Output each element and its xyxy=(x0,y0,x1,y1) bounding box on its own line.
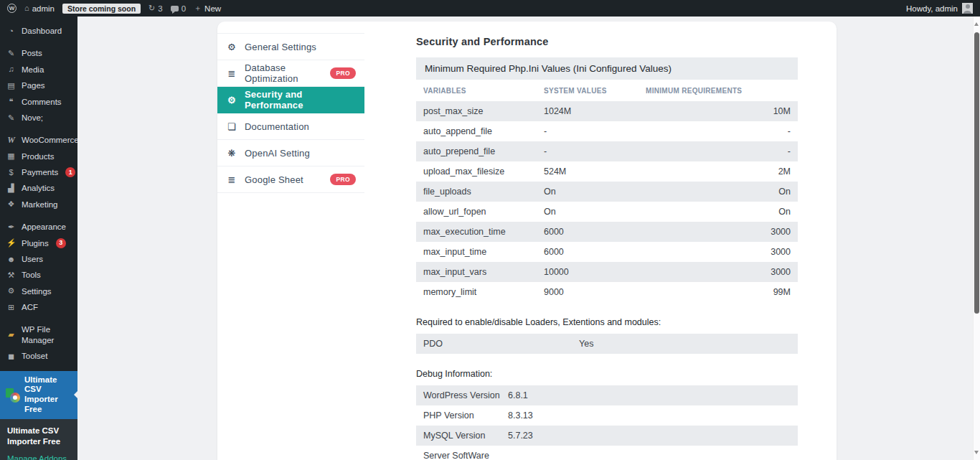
table-row: WordPress Version6.8.1 xyxy=(416,385,798,405)
sidebar-item-label: Products xyxy=(22,151,54,161)
sidebar-item-label: Nove; xyxy=(22,113,43,123)
row-label: PHP Version xyxy=(423,410,508,421)
settings-nav-item-general-settings[interactable]: ⚙General Settings xyxy=(217,34,364,60)
security-and-performance-icon: ⚙ xyxy=(226,95,237,105)
new-menu[interactable]: ＋ New xyxy=(194,4,221,13)
sidebar-item-settings[interactable]: ⚙Settings xyxy=(0,283,77,299)
sidebar-item-nove[interactable]: ✎Nove; xyxy=(0,110,77,126)
row-value: On xyxy=(544,207,646,217)
scrollbar[interactable] xyxy=(973,17,980,460)
scroll-up-arrow-icon[interactable] xyxy=(974,20,979,26)
sidebar-item-appearance[interactable]: ✒Appearance xyxy=(0,219,77,235)
sidebar-item-wp-file-manager[interactable]: ▰WP File Manager xyxy=(0,321,77,348)
table-row: max_execution_time60003000 xyxy=(416,222,798,242)
sidebar-item-label: Users xyxy=(22,254,43,264)
scroll-down-arrow-icon[interactable] xyxy=(974,451,979,456)
sidebar-group: ◔Dashboard xyxy=(0,23,77,39)
sidebar-item-toolset[interactable]: ◼Toolset xyxy=(0,348,77,364)
ini-column-headers: VARIABLESSYSTEM VALUESMINIMUM REQUIREMEN… xyxy=(416,80,798,101)
settings-nav-label: OpenAI Setting xyxy=(245,148,310,159)
documentation-icon: ❏ xyxy=(226,121,237,132)
row-label: allow_url_fopen xyxy=(423,207,544,217)
sidebar-item-comments[interactable]: ❝Comments xyxy=(0,94,77,110)
sidebar-item-label: Marketing xyxy=(22,200,58,210)
home-icon: ⌂ xyxy=(24,4,29,12)
table-row: max_input_vars100003000 xyxy=(416,262,798,282)
table-row: auto_prepend_file-- xyxy=(416,141,798,161)
sidebar-item-woocommerce[interactable]: WWooCommerce xyxy=(0,132,77,148)
sidebar-item-posts[interactable]: ✎Posts xyxy=(0,45,77,61)
row-label: max_input_vars xyxy=(423,267,544,277)
settings-nav-item-google-sheet[interactable]: ≣Google SheetPRO xyxy=(217,166,364,193)
sidebar-item-label: WP File Manager xyxy=(22,324,74,345)
submenu-item-ultimate-csv-importer-free[interactable]: Ultimate CSV Importer Free xyxy=(7,426,70,448)
sidebar-item-users[interactable]: ☻Users xyxy=(0,251,77,267)
row-value: 3000 xyxy=(646,227,791,237)
sidebar-item-media[interactable]: ♫Media xyxy=(0,62,77,78)
sidebar-item-tools[interactable]: ⚒Tools xyxy=(0,267,77,283)
row-label: max_input_time xyxy=(423,247,544,257)
settings-nav-item-database-optimization[interactable]: ≣Database OptimizationPRO xyxy=(217,60,364,87)
submenu-item-manage-addons[interactable]: Manage Addons xyxy=(7,454,70,460)
screen: W ⌂ admin Store coming soon ↻ 3 0 ＋ New … xyxy=(0,0,980,460)
wp-file-manager-icon: ▰ xyxy=(6,331,16,339)
column-header: MINIMUM REQUIREMENTS xyxy=(646,87,791,95)
site-name: admin xyxy=(32,4,55,13)
sidebar-item-marketing[interactable]: ❖Marketing xyxy=(0,197,77,212)
sidebar-item-pages[interactable]: ▤Pages xyxy=(0,78,77,93)
row-value: - xyxy=(646,126,791,136)
row-label: post_max_size xyxy=(423,106,544,116)
page-title: Security and Performance xyxy=(416,36,798,47)
sidebar-item-acf[interactable]: ⊞ACF xyxy=(0,299,77,315)
sidebar-item-analytics[interactable]: ▟Analytics xyxy=(0,180,77,196)
settings-nav-item-security-and-performance[interactable]: ⚙Security and Performance xyxy=(217,87,364,113)
sidebar: ◔Dashboard✎Posts♫Media▤Pages❝Comments✎No… xyxy=(0,17,77,460)
row-value: 1024M xyxy=(544,106,646,116)
row-value: 3000 xyxy=(646,247,791,257)
table-row: Server SoftWare xyxy=(416,446,798,460)
sidebar-item-label: Pages xyxy=(22,80,45,90)
ini-table: post_max_size1024M10Mauto_append_file--a… xyxy=(416,101,798,302)
pro-badge: PRO xyxy=(330,174,356,185)
users-icon: ☻ xyxy=(6,255,16,263)
account-menu[interactable]: Howdy, admin xyxy=(906,3,973,14)
table-row: allow_url_fopenOnOn xyxy=(416,202,798,222)
row-label: auto_append_file xyxy=(423,126,544,136)
sidebar-item-payments[interactable]: $Payments1 xyxy=(0,164,77,180)
row-value: 99M xyxy=(646,287,791,297)
settings-nav-label: Google Sheet xyxy=(245,174,303,185)
content-area: ⚙General Settings≣Database OptimizationP… xyxy=(77,17,980,460)
sidebar-item-label: ACF xyxy=(22,302,38,312)
wordpress-logo-icon[interactable]: W xyxy=(7,4,17,13)
products-icon: ▦ xyxy=(6,152,16,160)
sidebar-item-label: Media xyxy=(22,65,44,75)
table-row: auto_append_file-- xyxy=(416,121,798,141)
row-value: On xyxy=(646,207,791,217)
comments-menu[interactable]: 0 xyxy=(171,4,186,13)
sidebar-item-dashboard[interactable]: ◔Dashboard xyxy=(0,23,77,39)
row-value: 3000 xyxy=(646,267,791,277)
sidebar-item-plugins[interactable]: ⚡Plugins3 xyxy=(0,235,77,251)
avatar xyxy=(962,3,973,14)
comments-icon: ❝ xyxy=(6,98,16,105)
row-value: 6000 xyxy=(544,247,646,257)
site-menu[interactable]: ⌂ admin xyxy=(24,4,55,13)
row-label: upload_max_filesize xyxy=(423,166,544,177)
sidebar-item-label: Payments xyxy=(22,167,58,177)
settings-nav-item-documentation[interactable]: ❏Documentation xyxy=(217,113,364,140)
count-badge: 1 xyxy=(65,167,75,177)
table-row: PHP Version8.3.13 xyxy=(416,405,798,426)
sidebar-item-label: Appearance xyxy=(22,222,66,232)
row-value: 10000 xyxy=(544,267,646,277)
updates-menu[interactable]: ↻ 3 xyxy=(149,4,163,13)
posts-icon: ✎ xyxy=(6,50,16,57)
settings-nav-item-openai-setting[interactable]: ❋OpenAI Setting xyxy=(217,140,364,166)
table-row: MySQL Version5.7.23 xyxy=(416,426,798,446)
row-value: 6.8.1 xyxy=(508,390,610,400)
plugin-settings-card: ⚙General Settings≣Database OptimizationP… xyxy=(217,22,837,460)
scrollbar-thumb[interactable] xyxy=(974,32,979,314)
store-coming-soon-badge[interactable]: Store coming soon xyxy=(62,4,141,14)
sidebar-item-ultimate-csv-importer-free[interactable]: Ultimate CSV Importer Free xyxy=(0,371,77,419)
layout: ◔Dashboard✎Posts♫Media▤Pages❝Comments✎No… xyxy=(0,17,980,460)
sidebar-item-products[interactable]: ▦Products xyxy=(0,149,77,164)
